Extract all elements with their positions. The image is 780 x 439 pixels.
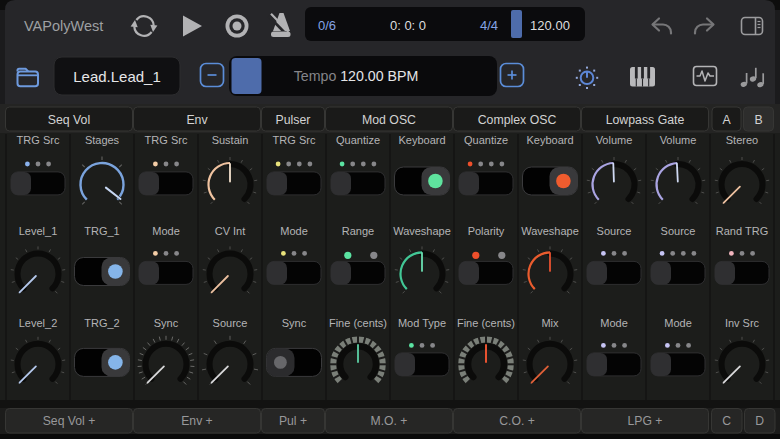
svg-text:Mode: Mode <box>152 225 180 237</box>
svg-text:Fine (cents): Fine (cents) <box>329 317 387 329</box>
svg-text:Source: Source <box>597 225 632 237</box>
svg-text:0/6: 0/6 <box>318 18 336 33</box>
svg-text:Keyboard: Keyboard <box>526 134 573 146</box>
svg-text:Env +: Env + <box>181 414 213 428</box>
svg-text:M.O. +: M.O. + <box>371 414 408 428</box>
svg-text:C.O. +: C.O. + <box>499 414 535 428</box>
svg-text:Mix: Mix <box>541 317 559 329</box>
svg-text:Mode: Mode <box>600 317 628 329</box>
svg-text:TRG Src: TRG Src <box>17 134 60 146</box>
svg-text:Env: Env <box>186 113 208 127</box>
svg-text:Sustain: Sustain <box>212 134 249 146</box>
svg-text:120.00: 120.00 <box>530 18 570 33</box>
svg-text:TRG_1: TRG_1 <box>84 225 119 237</box>
svg-text:D: D <box>755 414 764 428</box>
svg-text:Stages: Stages <box>85 134 120 146</box>
svg-text:Waveshape: Waveshape <box>521 225 579 237</box>
svg-text:CV Int: CV Int <box>215 225 246 237</box>
svg-text:TRG Src: TRG Src <box>145 134 188 146</box>
svg-text:Volume: Volume <box>660 134 697 146</box>
svg-text:Level_1: Level_1 <box>19 225 58 237</box>
svg-text:TRG_2: TRG_2 <box>84 317 119 329</box>
svg-text:Mode: Mode <box>280 225 308 237</box>
svg-text:A: A <box>722 113 731 127</box>
svg-text:Sync: Sync <box>154 317 179 329</box>
svg-text:Range: Range <box>342 225 374 237</box>
svg-text:Complex OSC: Complex OSC <box>478 113 557 127</box>
svg-text:C: C <box>722 414 731 428</box>
svg-text:Rand TRG: Rand TRG <box>716 225 768 237</box>
svg-text:Quantize: Quantize <box>336 134 380 146</box>
svg-text:Seq Vol: Seq Vol <box>48 113 90 127</box>
svg-text:Mode: Mode <box>664 317 692 329</box>
svg-text:Level_2: Level_2 <box>19 317 58 329</box>
svg-text:Sync: Sync <box>282 317 307 329</box>
svg-text:Pulser: Pulser <box>276 113 311 127</box>
svg-text:Quantize: Quantize <box>464 134 508 146</box>
svg-text:Polarity: Polarity <box>468 225 505 237</box>
svg-text:B: B <box>754 113 762 127</box>
svg-text:0: 0: 0: 0: 0: 0 <box>390 18 426 33</box>
svg-text:4/4: 4/4 <box>480 18 498 33</box>
svg-text:Keyboard: Keyboard <box>398 134 445 146</box>
svg-text:Mod Type: Mod Type <box>398 317 446 329</box>
svg-text:LPG +: LPG + <box>628 414 663 428</box>
svg-text:Pul +: Pul + <box>279 414 307 428</box>
svg-text:Lowpass Gate: Lowpass Gate <box>606 113 685 127</box>
svg-text:Waveshape: Waveshape <box>393 225 451 237</box>
svg-text:Seq Vol +: Seq Vol + <box>43 414 96 428</box>
svg-text:Stereo: Stereo <box>726 134 758 146</box>
svg-text:Tempo 120.00 BPM: Tempo 120.00 BPM <box>294 68 419 84</box>
svg-text:Lead.Lead_1: Lead.Lead_1 <box>73 68 161 85</box>
svg-text:TRG Src: TRG Src <box>273 134 316 146</box>
svg-text:Source: Source <box>213 317 248 329</box>
svg-text:Source: Source <box>661 225 696 237</box>
svg-text:Volume: Volume <box>596 134 633 146</box>
svg-text:Mod OSC: Mod OSC <box>362 113 416 127</box>
svg-text:Inv Src: Inv Src <box>725 317 760 329</box>
svg-text:VAPolyWest: VAPolyWest <box>24 18 103 34</box>
svg-text:Fine (cents): Fine (cents) <box>457 317 515 329</box>
